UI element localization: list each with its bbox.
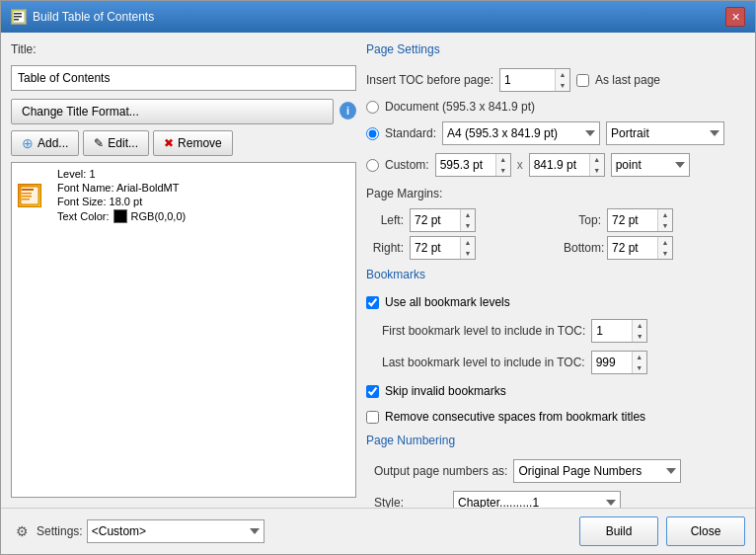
fb-up[interactable]: ▲ <box>633 320 646 331</box>
custom-label: Custom: <box>385 158 429 172</box>
edit-button[interactable]: ✎ Edit... <box>83 130 149 156</box>
last-bookmark-spinner[interactable]: ▲ ▼ <box>591 351 647 374</box>
insert-toc-spinner[interactable]: ▲ ▼ <box>499 68 570 92</box>
standard-radio-row: Standard: A4 (595.3 x 841.9 pt) Portrait <box>366 121 745 145</box>
fb-down[interactable]: ▼ <box>633 331 646 342</box>
first-bookmark-label: First bookmark level to include in TOC: <box>382 324 585 338</box>
close-icon[interactable]: ✕ <box>725 7 745 27</box>
remove-consecutive-checkbox[interactable] <box>366 411 379 424</box>
title-bar: Build Table of Contents ✕ <box>1 1 755 33</box>
toc-entries-list[interactable]: Level: 1 Font Name: Arial-BoldMT Font Si… <box>11 162 356 498</box>
top-margin-row: Top: ▲ ▼ <box>564 208 745 232</box>
as-last-page-checkbox[interactable] <box>576 74 589 87</box>
left-down[interactable]: ▼ <box>461 220 475 231</box>
skip-invalid-checkbox[interactable] <box>366 385 379 398</box>
standard-size-combo[interactable]: A4 (595.3 x 841.9 pt) <box>442 121 600 145</box>
as-last-page-label: As last page <box>595 73 660 87</box>
x-separator: x <box>517 158 523 172</box>
top-margin-input[interactable] <box>608 209 657 231</box>
spinner-arrows: ▲ ▼ <box>555 69 569 91</box>
build-button[interactable]: Build <box>579 516 658 546</box>
left-panel: Title: Change Title Format... i ⊕ Add...… <box>11 42 356 498</box>
document-radio[interactable] <box>366 101 379 114</box>
settings-combo[interactable]: <Custom> <box>87 519 265 543</box>
first-bookmark-spinner[interactable]: ▲ ▼ <box>591 319 647 343</box>
right-up[interactable]: ▲ <box>461 237 475 248</box>
top-margin-spinner[interactable]: ▲ ▼ <box>607 208 673 232</box>
remove-button[interactable]: ✖ Remove <box>153 130 233 156</box>
standard-radio[interactable] <box>366 127 379 140</box>
width-down[interactable]: ▼ <box>496 165 510 176</box>
right-down[interactable]: ▼ <box>461 248 475 259</box>
height-up[interactable]: ▲ <box>590 154 604 165</box>
page-settings-label: Page Settings <box>366 42 745 56</box>
info-icon[interactable]: i <box>340 102 356 119</box>
skip-invalid-label: Skip invalid bookmarks <box>385 384 506 398</box>
custom-height-spinner[interactable]: ▲ ▼ <box>529 153 605 177</box>
add-button[interactable]: ⊕ Add... <box>11 130 79 156</box>
top-down[interactable]: ▼ <box>658 220 672 231</box>
first-bookmark-row: First bookmark level to include in TOC: … <box>366 319 745 343</box>
svg-rect-2 <box>14 16 22 18</box>
style-label: Style: <box>374 496 404 508</box>
list-item: Level: 1 Font Name: Arial-BoldMT Font Si… <box>14 165 353 226</box>
dialog-title: Build Table of Contents <box>33 10 154 24</box>
insert-toc-input[interactable] <box>500 69 555 91</box>
right-margin-row: Right: ▲ ▼ <box>366 236 548 260</box>
spinner-down[interactable]: ▼ <box>556 80 569 91</box>
unit-combo[interactable]: point <box>611 153 690 177</box>
style-combo[interactable]: Chapter..........1 1 i <box>453 491 621 508</box>
custom-height-input[interactable] <box>530 154 589 176</box>
left-margin-spinner[interactable]: ▲ ▼ <box>410 208 476 232</box>
first-bookmark-input[interactable] <box>592 320 632 342</box>
last-bookmark-input[interactable] <box>592 352 632 373</box>
dialog-footer: ⚙ Settings: <Custom> Build Close <box>1 508 755 554</box>
close-button[interactable]: Close <box>666 516 745 546</box>
insert-toc-label: Insert TOC before page: <box>366 73 493 87</box>
right-margin-input[interactable] <box>411 237 460 259</box>
custom-width-input[interactable] <box>436 154 495 176</box>
last-bookmark-row: Last bookmark level to include in TOC: ▲… <box>366 351 745 374</box>
remove-consecutive-label: Remove consecutive spaces from bookmark … <box>385 410 645 424</box>
change-format-button[interactable]: Change Title Format... <box>11 99 334 124</box>
output-page-num-combo[interactable]: Original Page Numbers Sequential Page Nu… <box>513 459 681 483</box>
custom-radio[interactable] <box>366 159 379 172</box>
output-page-num-row: Output page numbers as: Original Page Nu… <box>366 459 745 483</box>
title-input[interactable] <box>11 65 356 91</box>
bottom-down[interactable]: ▼ <box>658 248 672 259</box>
width-up[interactable]: ▲ <box>496 154 510 165</box>
right-arrows: ▲ ▼ <box>460 237 475 259</box>
page-numbering-label: Page Numbering <box>366 434 745 447</box>
left-margin-input[interactable] <box>411 209 460 231</box>
right-label: Right: <box>366 241 404 255</box>
dialog-body: Title: Change Title Format... i ⊕ Add...… <box>1 33 755 508</box>
insert-toc-row: Insert TOC before page: ▲ ▼ As last page <box>366 68 745 92</box>
page-margins: Left: ▲ ▼ Top: ▲ ▼ <box>366 208 745 260</box>
top-up[interactable]: ▲ <box>658 209 672 220</box>
bottom-margin-spinner[interactable]: ▲ ▼ <box>607 236 673 260</box>
font-size-detail: Font Size: 18.0 pt <box>53 195 189 208</box>
fb-arrows: ▲ ▼ <box>632 320 646 342</box>
bottom-margin-input[interactable] <box>608 237 657 259</box>
left-margin-row: Left: ▲ ▼ <box>366 208 548 232</box>
width-spinner-arrows: ▲ ▼ <box>495 154 510 176</box>
orientation-combo[interactable]: Portrait <box>606 121 724 145</box>
lb-up[interactable]: ▲ <box>633 352 646 362</box>
custom-width-spinner[interactable]: ▲ ▼ <box>435 153 511 177</box>
use-all-bookmarks-checkbox[interactable] <box>366 296 379 309</box>
bottom-margin-row: Bottom: ▲ ▼ <box>564 236 745 260</box>
right-panel: Page Settings Insert TOC before page: ▲ … <box>366 42 745 498</box>
spinner-up[interactable]: ▲ <box>556 69 569 80</box>
color-swatch <box>113 209 127 223</box>
bottom-up[interactable]: ▲ <box>658 237 672 248</box>
lb-down[interactable]: ▼ <box>633 362 646 373</box>
document-label: Document (595.3 x 841.9 pt) <box>385 100 535 114</box>
right-margin-spinner[interactable]: ▲ ▼ <box>410 236 476 260</box>
format-row: Change Title Format... i <box>11 97 356 124</box>
left-up[interactable]: ▲ <box>461 209 475 220</box>
left-arrows: ▲ ▼ <box>460 209 475 231</box>
svg-rect-8 <box>22 198 30 200</box>
text-color-detail: Text Color: RGB(0,0,0) <box>53 208 189 224</box>
gear-icon: ⚙ <box>11 520 33 542</box>
height-down[interactable]: ▼ <box>590 165 604 176</box>
